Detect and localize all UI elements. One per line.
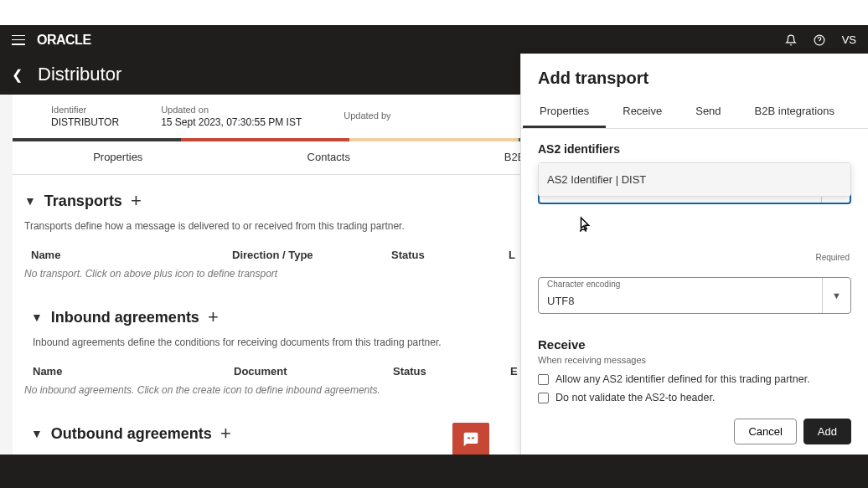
- updated-by-label: Updated by: [344, 110, 390, 121]
- identifier-value: DISTRIBUTOR: [51, 116, 119, 128]
- chat-icon: [462, 431, 480, 448]
- no-validate-label: Do not validate the AS2-to header.: [555, 392, 715, 403]
- add-transport-icon[interactable]: +: [131, 190, 142, 212]
- partner-identifier-dropdown: AS2 Identifier | DIST: [538, 162, 851, 197]
- allow-any-checkbox[interactable]: [538, 374, 549, 385]
- col-status: Status: [391, 249, 509, 261]
- add-inbound-icon[interactable]: +: [208, 306, 219, 328]
- col-document: Document: [234, 365, 393, 378]
- col-status: Status: [393, 365, 510, 378]
- oracle-logo: ORACLE: [37, 33, 91, 48]
- panel-tab-receive[interactable]: Receive: [606, 96, 679, 128]
- panel-tab-send[interactable]: Send: [679, 96, 737, 128]
- add-outbound-icon[interactable]: +: [220, 423, 231, 444]
- updated-on-value: 15 Sept 2023, 07:30:55 PM IST: [161, 116, 302, 128]
- identifier-label: Identifier: [51, 105, 119, 115]
- dropdown-option[interactable]: AS2 Identifier | DIST: [539, 163, 850, 196]
- character-encoding-select[interactable]: Character encoding UTF8 ▼: [538, 277, 851, 314]
- add-button[interactable]: Add: [803, 419, 851, 444]
- panel-tab-properties[interactable]: Properties: [523, 96, 606, 128]
- no-validate-checkbox[interactable]: [538, 393, 549, 403]
- help-icon[interactable]: [814, 34, 825, 46]
- outbound-title: Outbound agreements: [51, 425, 212, 443]
- tab-contacts[interactable]: Contacts: [224, 141, 435, 174]
- chevron-down-icon[interactable]: ▼: [822, 278, 850, 313]
- chat-button[interactable]: [452, 423, 489, 456]
- panel-title: Add transport: [538, 69, 851, 88]
- page-title: Distributor: [38, 64, 121, 85]
- app-header: ORACLE VS: [0, 25, 868, 54]
- cancel-button[interactable]: Cancel: [734, 419, 796, 444]
- receive-section-sub: When receiving messages: [538, 355, 851, 365]
- back-icon[interactable]: ❮: [12, 67, 23, 83]
- chevron-down-icon[interactable]: ▼: [31, 427, 43, 440]
- panel-tabs: Properties Receive Send B2B integrations: [521, 96, 868, 129]
- col-name: Name: [33, 365, 234, 378]
- notification-icon[interactable]: [785, 34, 797, 46]
- col-direction: Direction / Type: [232, 249, 391, 261]
- encoding-label: Character encoding: [547, 280, 620, 289]
- add-transport-panel: Add transport Properties Receive Send B2…: [520, 54, 868, 455]
- receive-section-title: Receive: [538, 337, 851, 352]
- allow-any-label: Allow any AS2 identifier defined for thi…: [555, 373, 810, 385]
- tab-properties[interactable]: Properties: [13, 141, 224, 174]
- as2-identifiers-label: AS2 identifiers: [538, 142, 851, 156]
- transports-title: Transports: [44, 193, 122, 210]
- chevron-down-icon[interactable]: ▼: [31, 311, 43, 324]
- col-name: Name: [31, 249, 232, 261]
- chevron-down-icon[interactable]: ▼: [24, 194, 36, 208]
- updated-on-label: Updated on: [161, 105, 302, 115]
- required-label: Required: [538, 253, 851, 262]
- inbound-title: Inbound agreements: [51, 309, 199, 326]
- menu-icon[interactable]: [12, 35, 25, 45]
- user-avatar[interactable]: VS: [842, 33, 856, 46]
- bottom-strip: [0, 455, 868, 488]
- panel-tab-b2b-integrations[interactable]: B2B integrations: [738, 96, 851, 128]
